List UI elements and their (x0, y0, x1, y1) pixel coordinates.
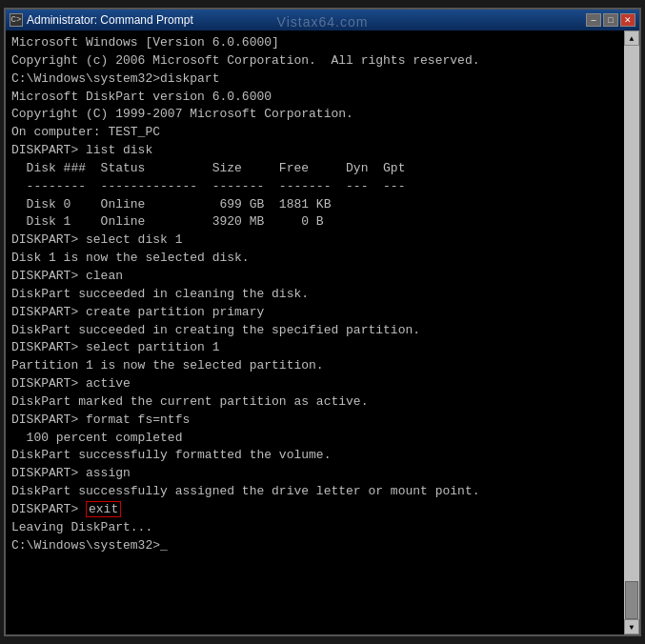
command-prompt-window: C> Administrator: Command Prompt Vistax6… (4, 8, 641, 636)
terminal-line: DISKPART> list disk (11, 142, 618, 160)
terminal-line: DiskPart successfully assigned the drive… (11, 483, 618, 501)
terminal-line: Disk 1 Online 3920 MB 0 B (11, 213, 618, 231)
terminal-line: DiskPart succeeded in creating the speci… (11, 322, 618, 340)
minimize-button[interactable]: – (586, 13, 601, 27)
terminal-line: DISKPART> clean (11, 268, 618, 286)
scroll-track (624, 46, 639, 619)
terminal-line: C:\Windows\system32>diskpart (11, 70, 618, 89)
exit-command: exit (86, 501, 121, 517)
terminal-line: DISKPART> create partition primary (11, 304, 618, 322)
terminal-line: DISKPART> exit (11, 501, 618, 519)
maximize-button[interactable]: □ (603, 13, 618, 27)
titlebar: C> Administrator: Command Prompt Vistax6… (6, 10, 639, 30)
terminal-line: On computer: TEST_PC (11, 124, 618, 142)
terminal-line: DISKPART> format fs=ntfs (11, 412, 618, 430)
terminal-line: Copyright (c) 2006 Microsoft Corporation… (11, 52, 618, 70)
terminal-line: Leaving DiskPart... (11, 519, 618, 537)
terminal-output[interactable]: Microsoft Windows [Version 6.0.6000]Copy… (6, 30, 624, 634)
terminal-line: Copyright (C) 1999-2007 Microsoft Corpor… (11, 106, 618, 124)
scroll-down-arrow[interactable]: ▼ (624, 619, 639, 634)
terminal-line: DiskPart marked the current partition as… (11, 393, 618, 412)
terminal-line: Microsoft DiskPart version 6.0.6000 (11, 89, 618, 107)
terminal-line: C:\Windows\system32>_ (11, 537, 618, 555)
content-area: Microsoft Windows [Version 6.0.6000]Copy… (6, 30, 639, 634)
titlebar-buttons: – □ ✕ (586, 13, 635, 27)
terminal-line: DISKPART> select disk 1 (11, 231, 618, 250)
scrollbar[interactable]: ▲ ▼ (624, 30, 639, 634)
titlebar-left: C> Administrator: Command Prompt (10, 13, 193, 27)
terminal-line: Disk 0 Online 699 GB 1881 KB (11, 196, 618, 214)
terminal-line: Disk 1 is now the selected disk. (11, 250, 618, 268)
terminal-line: DISKPART> select partition 1 (11, 339, 618, 357)
terminal-line: Microsoft Windows [Version 6.0.6000] (11, 34, 618, 52)
terminal-line: DiskPart successfully formatted the volu… (11, 447, 618, 465)
terminal-line: DISKPART> assign (11, 465, 618, 483)
terminal-line: DiskPart succeeded in cleaning the disk. (11, 286, 618, 304)
window-icon: C> (10, 13, 23, 27)
window-title: Administrator: Command Prompt (27, 13, 193, 27)
terminal-line: Disk ### Status Size Free Dyn Gpt (11, 160, 618, 178)
scroll-thumb[interactable] (625, 581, 638, 619)
terminal-line: Partition 1 is now the selected partitio… (11, 357, 618, 375)
scroll-up-arrow[interactable]: ▲ (624, 30, 639, 46)
terminal-line: DISKPART> active (11, 375, 618, 393)
watermark: Vistax64.com (277, 14, 369, 30)
close-button[interactable]: ✕ (620, 13, 635, 27)
terminal-line: 100 percent completed (11, 430, 618, 448)
terminal-line: -------- ------------- ------- ------- -… (11, 178, 618, 196)
